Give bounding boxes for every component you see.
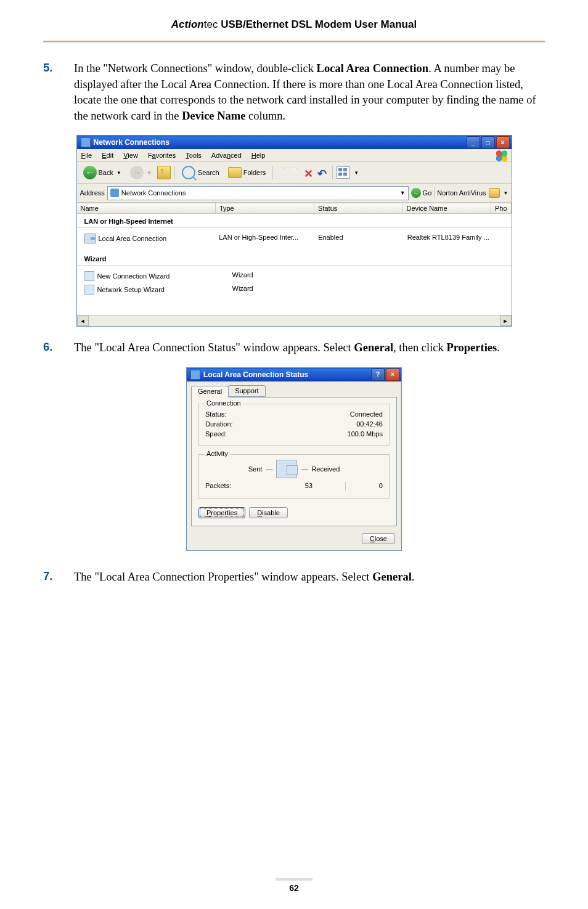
step-6: 6. The "Local Area Connection Status" wi… [43, 340, 545, 356]
folder-icon [228, 167, 242, 178]
menu-file[interactable]: File [80, 151, 94, 160]
col-type[interactable]: Type [216, 203, 314, 214]
menu-tools[interactable]: Tools [184, 151, 203, 160]
dash: — [301, 465, 308, 473]
page-footer: 62 [0, 878, 588, 893]
close-button[interactable]: × [496, 136, 510, 149]
step-number: 5. [43, 61, 74, 124]
menu-view[interactable]: View [121, 151, 140, 160]
network-icon [110, 189, 119, 197]
list-item-local-area-connection[interactable]: Local Area Connection LAN or High-Speed … [77, 232, 512, 245]
text: The "Local Area Connection Status" windo… [74, 341, 354, 354]
chevron-down-icon: ▼ [354, 170, 359, 176]
bold-text: Local Area Connection [317, 62, 429, 75]
tab-support[interactable]: Support [228, 385, 266, 397]
search-icon [182, 166, 195, 179]
norton-icon[interactable] [489, 188, 500, 198]
window-titlebar[interactable]: Network Connections _ □ × [77, 136, 512, 149]
col-pho[interactable]: Pho [491, 203, 512, 214]
bold-text: General [372, 571, 412, 583]
item-name: Local Area Connection [99, 235, 167, 242]
separator [272, 166, 273, 179]
page-number: 62 [0, 883, 588, 893]
connection-icon [84, 234, 96, 243]
menu-edit[interactable]: Edit [100, 151, 115, 160]
separator [174, 166, 175, 179]
text: column. [245, 110, 285, 122]
label: Back [99, 169, 113, 176]
col-status[interactable]: Status [314, 203, 402, 214]
group-connection: Connection Status:Connected Duration:00:… [198, 404, 390, 446]
group-legend: Activity [204, 450, 231, 457]
window-title: Local Area Connection Status [203, 370, 308, 379]
folders-button[interactable]: Folders [225, 166, 269, 179]
undo-icon[interactable]: ↶ [317, 167, 329, 178]
close-button[interactable]: × [386, 369, 399, 381]
disable-button[interactable]: Disable [249, 507, 288, 518]
col-name[interactable]: Name [77, 203, 216, 214]
tab-panel-general: Connection Status:Connected Duration:00:… [191, 397, 397, 526]
close-dialog-button[interactable]: Close [362, 533, 395, 544]
back-icon: ← [83, 166, 97, 179]
menu-favorites[interactable]: Favorites [146, 151, 178, 160]
step-number: 6. [43, 340, 74, 356]
horizontal-scrollbar[interactable]: ◄ ► [77, 315, 512, 326]
minimize-button[interactable]: _ [467, 136, 480, 149]
forward-button[interactable]: → ▼ [127, 165, 155, 181]
text: . [497, 341, 500, 354]
speed-label: Speed: [205, 430, 227, 438]
col-device[interactable]: Device Name [403, 203, 491, 214]
window-title: Network Connections [94, 138, 169, 147]
header-rule-gray [43, 42, 545, 43]
back-button[interactable]: ← Back ▼ [80, 165, 125, 181]
status-value: Connected [350, 410, 383, 418]
page-header: Actiontec USB/Ethernet DSL Modem User Ma… [43, 18, 545, 39]
go-button[interactable]: → Go [411, 188, 432, 198]
move-to-icon: 📄 [277, 167, 288, 178]
views-icon[interactable] [337, 166, 350, 179]
tab-general[interactable]: General [191, 386, 229, 397]
bold-text: General [354, 341, 393, 354]
separator [332, 166, 333, 179]
step-body: The "Local Area Connection Properties" w… [74, 569, 545, 585]
toolbar: ← Back ▼ → ▼ Search Folders 📄 📄 ✕ ↶ [77, 162, 512, 184]
chevron-down-icon: ▼ [504, 190, 508, 196]
packets-sent-value: 53 [305, 482, 312, 491]
scroll-left-icon[interactable]: ◄ [77, 316, 89, 326]
step-7: 7. The "Local Area Connection Properties… [43, 569, 545, 585]
help-button[interactable]: ? [371, 369, 385, 381]
chevron-down-icon[interactable]: ▼ [400, 190, 406, 196]
up-folder-icon[interactable] [157, 166, 171, 179]
window-icon [190, 370, 200, 380]
item-type: Wizard [225, 285, 333, 295]
menu-advanced[interactable]: Advanced [210, 151, 243, 160]
packets-received-value: 0 [379, 482, 383, 491]
menu-bar: File Edit View Favorites Tools Advanced … [77, 149, 512, 162]
address-value: Network Connections [121, 189, 186, 197]
tab-strip: General Support [187, 381, 401, 397]
group-lan: LAN or High-Speed Internet [77, 214, 512, 228]
text: The "Local Area Connection Properties" w… [74, 571, 372, 583]
window-icon [81, 137, 91, 147]
wizard-icon [84, 271, 94, 281]
footer-bar [276, 878, 312, 881]
properties-button[interactable]: Properties [198, 507, 245, 518]
list-item-network-setup-wizard[interactable]: Network Setup Wizard Wizard [77, 283, 512, 296]
manual-page: Actiontec USB/Ethernet DSL Modem User Ma… [0, 0, 588, 909]
search-button[interactable]: Search [179, 165, 223, 181]
list-item-new-connection-wizard[interactable]: New Connection Wizard Wizard [77, 269, 512, 283]
maximize-button[interactable]: □ [481, 136, 495, 149]
address-field[interactable]: Network Connections ▼ [107, 186, 409, 200]
status-label: Status: [205, 410, 226, 418]
duration-value: 00:42:46 [356, 420, 383, 428]
window-titlebar[interactable]: Local Area Connection Status ? × [187, 368, 401, 381]
go-icon: → [411, 188, 421, 198]
scroll-right-icon[interactable]: ► [500, 316, 512, 326]
delete-icon[interactable]: ✕ [304, 167, 315, 178]
speed-value: 100.0 Mbps [348, 430, 383, 438]
item-device: Realtek RTL8139 Family ... [400, 234, 512, 243]
text: In the "Network Connections" window, dou… [74, 62, 317, 75]
windows-logo-icon [495, 150, 508, 161]
norton-label: Norton AntiVirus [437, 189, 486, 197]
menu-help[interactable]: Help [250, 151, 267, 160]
